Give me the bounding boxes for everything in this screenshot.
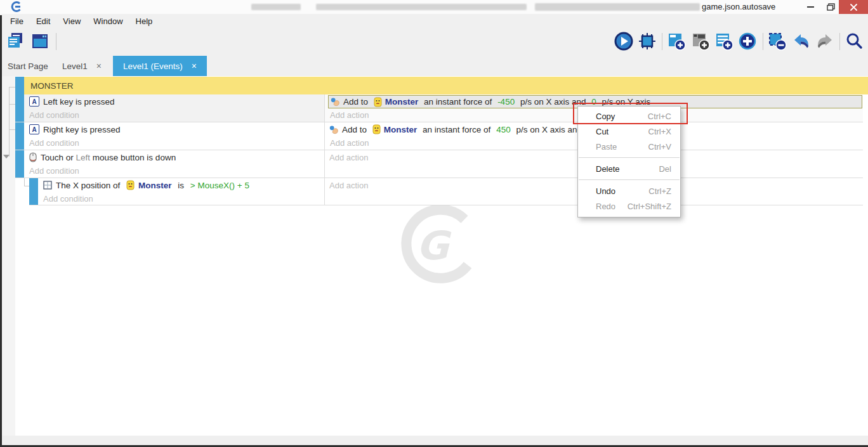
menu-item-label: Copy: [596, 112, 615, 121]
menu-item-label: Cut: [596, 127, 608, 136]
condition-expression: > MouseX() + 5: [190, 181, 249, 190]
add-condition-link[interactable]: Add condition: [38, 192, 324, 205]
toolbar-separator: [763, 33, 763, 50]
context-menu-item-delete[interactable]: Delete Del: [578, 161, 680, 176]
redo-icon[interactable]: [815, 32, 834, 51]
add-plus-icon[interactable]: [738, 32, 757, 51]
action-value: -450: [497, 97, 515, 107]
tree-line: [9, 87, 10, 157]
gdevelop-logo-icon: [9, 1, 23, 13]
main-toolbar: [0, 29, 868, 56]
add-event-icon[interactable]: [667, 32, 686, 51]
monster-sprite-icon: [374, 97, 382, 107]
redacted-title-text: [251, 4, 301, 10]
menu-bar: File Edit View Window Help: [0, 14, 868, 29]
context-menu-item-undo[interactable]: Undo Ctrl+Z: [578, 183, 680, 198]
condition-text: Left key is pressed: [43, 97, 115, 107]
menu-help[interactable]: Help: [129, 15, 159, 28]
toolbar-separator: [56, 33, 56, 50]
toolbar-separator: [662, 33, 662, 50]
tab-label: Start Page: [8, 62, 48, 71]
undo-icon[interactable]: [792, 32, 811, 51]
tab-start-page[interactable]: Start Page: [8, 56, 48, 76]
menu-item-label: Paste: [596, 142, 617, 152]
menu-item-shortcut: Ctrl+V: [648, 142, 671, 152]
close-button[interactable]: [839, 0, 868, 14]
event-bar[interactable]: [15, 122, 24, 150]
tab-level1[interactable]: Level1 ×: [62, 56, 102, 76]
event-bar[interactable]: [29, 178, 38, 205]
close-icon: [850, 4, 857, 11]
minimize-button[interactable]: [801, 0, 820, 14]
svg-text:G: G: [416, 223, 452, 269]
tree-line: [9, 87, 15, 87]
play-icon[interactable]: [614, 32, 633, 51]
window-edge: [0, 15, 2, 447]
conditions-cell: A Right key is pressed Add condition: [24, 122, 325, 150]
action-value: 450: [496, 125, 511, 134]
add-condition-link[interactable]: Add condition: [24, 108, 324, 122]
event-row[interactable]: A Left key is pressed Add condition Add …: [15, 94, 863, 122]
event-row[interactable]: Touch or Left mouse button is down Add c…: [15, 150, 863, 178]
debug-icon[interactable]: [638, 32, 657, 51]
condition[interactable]: The X position of Monster is > MouseX() …: [38, 178, 324, 192]
comment-row[interactable]: MONSTER: [15, 77, 868, 94]
menu-window[interactable]: Window: [87, 15, 129, 28]
add-comment-icon[interactable]: [714, 32, 733, 51]
bottom-strip: [2, 436, 868, 445]
tree-line: [9, 129, 15, 130]
search-icon[interactable]: [845, 32, 864, 51]
conditions-cell: A Left key is pressed Add condition: [24, 94, 325, 122]
gdevelop-watermark-logo: G: [379, 203, 494, 285]
tab-level1-events[interactable]: Level1 (Events) ×: [113, 56, 207, 76]
position-icon: [43, 181, 52, 190]
condition-text: Touch or Left mouse button is down: [41, 153, 176, 162]
project-manager-icon[interactable]: [6, 32, 25, 51]
force-hand-icon: [329, 125, 339, 134]
tab-close-icon[interactable]: ×: [96, 61, 102, 71]
conditions-cell: The X position of Monster is > MouseX() …: [38, 178, 325, 205]
context-menu: Copy Ctrl+C Cut Ctrl+X Paste Ctrl+V Dele…: [577, 106, 681, 217]
menu-file[interactable]: File: [4, 15, 30, 28]
condition[interactable]: Touch or Left mouse button is down: [24, 150, 324, 164]
menu-item-shortcut: Del: [659, 164, 671, 174]
tab-close-icon[interactable]: ×: [192, 61, 197, 71]
scene-editor-icon[interactable]: [30, 32, 49, 51]
object-name: Monster: [385, 97, 419, 107]
context-menu-item-copy[interactable]: Copy Ctrl+C: [578, 108, 680, 124]
condition[interactable]: A Left key is pressed: [24, 94, 324, 108]
action-text: p/s on X axis and: [518, 97, 588, 107]
menu-item-label: Delete: [596, 164, 620, 174]
event-bar[interactable]: [15, 77, 24, 94]
menu-separator: [579, 179, 680, 180]
context-menu-item-paste[interactable]: Paste Ctrl+V: [578, 139, 680, 154]
add-condition-link[interactable]: Add condition: [24, 164, 324, 178]
condition-text: is: [176, 181, 187, 190]
monster-sprite-icon: [126, 180, 135, 190]
object-name: Monster: [138, 181, 172, 190]
collapse-arrow-icon[interactable]: [3, 155, 10, 159]
redacted-title-text: [535, 3, 700, 11]
event-row[interactable]: A Right key is pressed Add condition Add…: [15, 122, 863, 150]
redacted-title-text: [316, 4, 527, 10]
mouse-icon: [29, 152, 37, 162]
tab-label: Level1 (Events): [123, 62, 183, 71]
remove-selection-icon[interactable]: [768, 32, 787, 51]
keyboard-key-icon: A: [29, 124, 39, 134]
context-menu-item-cut[interactable]: Cut Ctrl+X: [578, 124, 680, 139]
menu-item-shortcut: Ctrl+Z: [648, 186, 671, 196]
menu-item-shortcut: Ctrl+X: [648, 127, 671, 136]
add-condition-link[interactable]: Add condition: [24, 136, 324, 150]
condition[interactable]: A Right key is pressed: [24, 122, 324, 136]
context-menu-item-redo[interactable]: Redo Ctrl+Shift+Z: [578, 198, 680, 214]
add-subevent-icon[interactable]: [691, 32, 710, 51]
restore-button[interactable]: [821, 0, 840, 14]
event-bar[interactable]: [15, 150, 24, 178]
event-bar[interactable]: [15, 94, 24, 122]
keyboard-key-icon: A: [29, 96, 39, 107]
menu-edit[interactable]: Edit: [30, 15, 56, 28]
comment-text[interactable]: MONSTER: [24, 77, 868, 94]
sub-event-row[interactable]: The X position of Monster is > MouseX() …: [29, 178, 863, 205]
menu-view[interactable]: View: [56, 15, 87, 28]
menu-item-label: Undo: [596, 186, 615, 196]
